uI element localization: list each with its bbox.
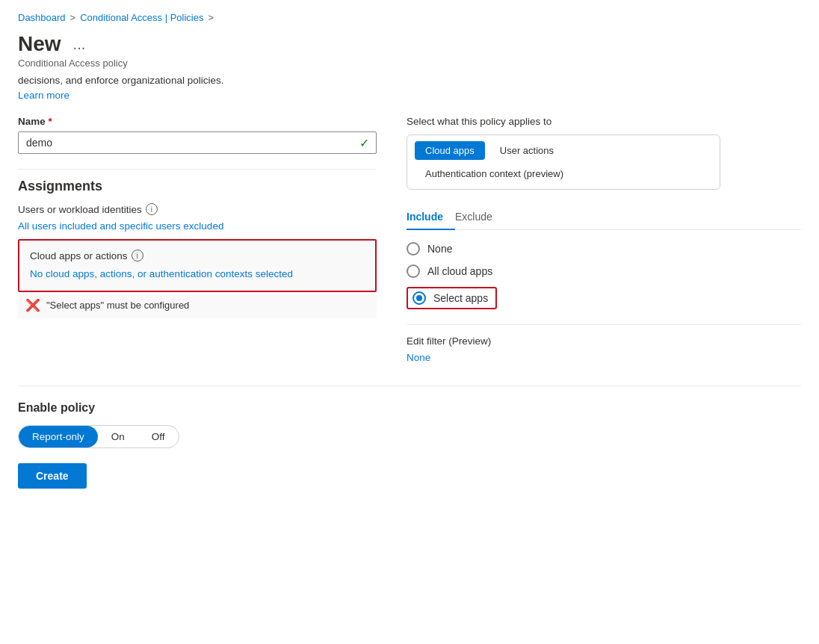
cloud-apps-title: Cloud apps or actions i xyxy=(30,250,365,261)
policy-toggle-report-only[interactable]: Report-only xyxy=(19,426,98,448)
check-icon: ✓ xyxy=(359,136,369,150)
radio-select-apps-circle xyxy=(412,291,426,305)
create-button[interactable]: Create xyxy=(18,463,87,489)
radio-select-apps-inner xyxy=(416,295,422,301)
page-title-row: New ... xyxy=(18,32,801,56)
radio-all-cloud-apps[interactable]: All cloud apps xyxy=(407,264,801,278)
breadcrumb: Dashboard > Conditional Access | Policie… xyxy=(18,12,801,23)
radio-all-label: All cloud apps xyxy=(427,265,492,277)
name-label: Name * xyxy=(18,116,377,127)
name-input[interactable] xyxy=(18,131,377,154)
radio-all-circle xyxy=(407,264,420,278)
edit-filter-label: Edit filter (Preview) xyxy=(407,335,801,347)
policy-toggle-on[interactable]: On xyxy=(98,426,138,448)
error-row: ❌ "Select apps" must be configured xyxy=(18,292,377,318)
name-input-wrapper: ✓ xyxy=(18,131,377,154)
right-panel: Select what this policy applies to Cloud… xyxy=(407,116,801,363)
enable-policy-label: Enable policy xyxy=(18,401,801,415)
required-star: * xyxy=(46,116,52,127)
main-content: Name * ✓ Assignments Users or workload i… xyxy=(18,116,801,363)
policy-toggle-group: Report-only On Off xyxy=(18,425,179,448)
auth-context-toggle-btn[interactable]: Authentication context (preview) xyxy=(415,164,574,183)
breadcrumb-sep-1: > xyxy=(70,12,76,23)
tab-include[interactable]: Include xyxy=(407,205,455,230)
tab-exclude[interactable]: Exclude xyxy=(455,205,504,230)
left-panel: Name * ✓ Assignments Users or workload i… xyxy=(18,116,377,363)
learn-more-link[interactable]: Learn more xyxy=(18,90,69,101)
cloud-apps-warning: No cloud apps, actions, or authenticatio… xyxy=(30,267,365,282)
cloud-apps-box[interactable]: Cloud apps or actions i No cloud apps, a… xyxy=(18,239,377,292)
edit-filter-link[interactable]: None xyxy=(407,352,430,363)
assignments-divider xyxy=(18,169,377,170)
users-info-icon[interactable]: i xyxy=(146,203,158,215)
policy-type-toggle-group: Cloud apps User actions Authentication c… xyxy=(407,134,720,190)
radio-select-apps[interactable]: Select apps xyxy=(407,287,801,309)
radio-none-circle xyxy=(407,242,420,256)
error-icon: ❌ xyxy=(25,298,40,312)
breadcrumb-policies[interactable]: Conditional Access | Policies xyxy=(80,12,203,23)
bottom-section: Enable policy Report-only On Off Create xyxy=(18,386,801,489)
select-apps-box: Select apps xyxy=(407,287,497,309)
users-section-label: Users or workload identities i xyxy=(18,203,377,215)
assignments-title: Assignments xyxy=(18,179,377,194)
radio-none[interactable]: None xyxy=(407,242,801,256)
cloud-apps-info-icon[interactable]: i xyxy=(132,250,143,261)
include-exclude-tabs: Include Exclude xyxy=(407,205,801,230)
policy-applies-label: Select what this policy applies to xyxy=(407,116,801,127)
breadcrumb-dashboard[interactable]: Dashboard xyxy=(18,12,66,23)
page-subtitle: Conditional Access policy xyxy=(18,58,801,69)
users-link[interactable]: All users included and specific users ex… xyxy=(18,220,223,232)
user-actions-toggle-btn[interactable]: User actions xyxy=(489,141,564,160)
policy-toggle-off[interactable]: Off xyxy=(138,426,179,448)
page-title: New xyxy=(18,32,61,56)
error-text: "Select apps" must be configured xyxy=(46,300,189,311)
breadcrumb-sep-2: > xyxy=(208,12,214,23)
cloud-apps-toggle-btn[interactable]: Cloud apps xyxy=(415,141,485,160)
radio-group: None All cloud apps Select apps xyxy=(407,242,801,309)
ellipsis-button[interactable]: ... xyxy=(69,34,90,55)
radio-select-apps-label: Select apps xyxy=(433,292,488,304)
edit-filter-section: Edit filter (Preview) None xyxy=(407,324,801,363)
description-text: decisions, and enforce organizational po… xyxy=(18,75,801,86)
radio-none-label: None xyxy=(427,243,452,255)
